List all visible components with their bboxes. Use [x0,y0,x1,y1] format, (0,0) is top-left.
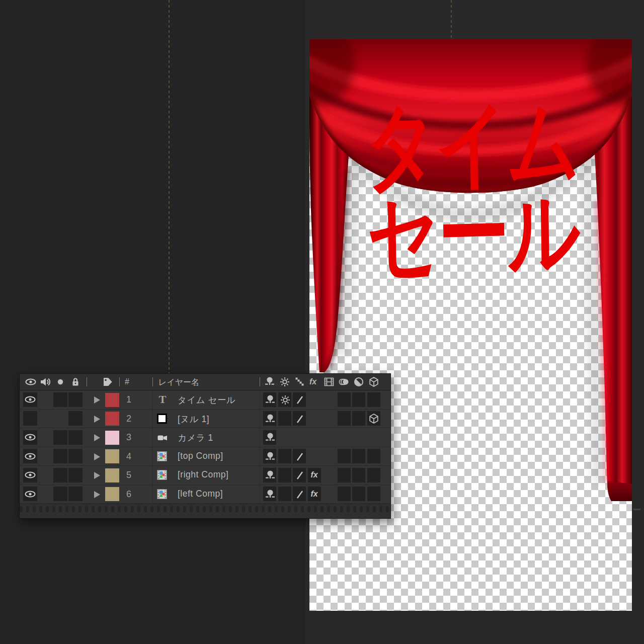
solo-toggle[interactable] [53,392,67,407]
audio-speaker-icon [39,376,51,388]
shy-toggle[interactable] [263,392,276,407]
expand-arrow[interactable] [94,434,100,441]
quality-toggle[interactable] [293,392,306,407]
expand-arrow[interactable] [94,396,100,404]
empty-area-texture [20,506,390,512]
video-eye-icon [25,376,37,388]
empty-layer-area [20,504,390,518]
motion-blur-toggle[interactable] [338,449,351,463]
viewer-edge-tick [633,509,640,510]
lock-toggle[interactable] [68,468,83,482]
frame-blend-icon [323,376,335,388]
adjustment-toggle[interactable] [352,468,365,482]
adjustment-toggle[interactable] [352,449,365,463]
column-separator [152,390,153,504]
adjustment-toggle[interactable] [352,392,365,407]
3d-toggle[interactable] [367,392,380,407]
motion-blur-toggle[interactable] [338,468,351,482]
video-toggle[interactable] [23,392,37,407]
effects-toggle[interactable]: fx [308,468,321,482]
layer-name[interactable]: カメラ 1 [178,432,213,444]
adjustment-toggle[interactable] [352,411,365,426]
timeline-layer-panel: # レイヤー名 fx 1 T タイム セール [19,373,391,519]
shy-toggle[interactable] [263,487,276,501]
layer-row-4[interactable]: 4 [top Comp] [20,447,390,466]
label-tag-icon [102,376,114,388]
header-divider [119,377,120,386]
layer-name[interactable]: [left Comp] [178,489,223,499]
quality-toggle[interactable] [293,487,306,501]
label-color-chip[interactable] [105,449,119,463]
camera-icon [154,430,171,446]
composition-icon [154,449,171,465]
layer-number: 3 [126,432,131,443]
label-color-chip[interactable] [105,393,119,407]
header-divider [87,377,87,386]
number-column-header: # [125,377,129,386]
quality-toggle[interactable] [293,449,306,463]
collapse-transformations-icon [279,376,291,388]
collapse-toggle[interactable] [278,392,291,407]
expand-arrow[interactable] [94,453,100,460]
3d-toggle[interactable] [367,449,380,463]
shy-toggle[interactable] [263,468,276,482]
composition-canvas[interactable]: タイム セール [309,39,632,611]
layer-row-2[interactable]: 2 [ヌル 1] [20,410,390,429]
label-color-chip[interactable] [105,487,119,501]
layer-name[interactable]: [right Comp] [178,469,228,480]
expand-arrow[interactable] [94,416,100,423]
lock-toggle[interactable] [68,411,83,426]
adjustment-toggle[interactable] [352,487,365,501]
banner-text-line1: タイム [309,94,633,193]
motion-blur-icon [338,376,350,388]
motion-blur-toggle[interactable] [338,392,351,407]
video-toggle[interactable] [23,468,37,482]
collapse-toggle[interactable] [278,468,291,482]
3d-toggle[interactable] [367,468,380,482]
label-color-chip[interactable] [105,431,119,445]
motion-blur-toggle[interactable] [338,411,351,426]
lock-toggle[interactable] [68,487,83,501]
layer-row-3[interactable]: 3 カメラ 1 [20,428,390,447]
collapse-toggle[interactable] [278,487,291,501]
layer-name[interactable]: タイム セール [178,394,235,406]
collapse-toggle[interactable] [278,449,291,463]
null-layer-icon [154,411,171,427]
quality-icon [293,376,305,388]
layer-row-5[interactable]: 5 [right Comp] fx [20,466,390,485]
solo-toggle[interactable] [53,430,67,445]
layer-panel-header: # レイヤー名 fx [20,374,390,390]
video-toggle[interactable] [23,411,37,426]
3d-toggle[interactable] [367,487,380,501]
label-color-chip[interactable] [105,412,119,426]
video-toggle[interactable] [23,430,37,445]
layer-row-1[interactable]: 1 T タイム セール [20,390,390,410]
quality-toggle[interactable] [293,468,306,482]
shy-toggle[interactable] [263,411,276,426]
expand-arrow[interactable] [94,472,100,479]
header-divider [260,377,260,386]
lock-toggle[interactable] [68,392,83,407]
banner-text-line2: セール [311,184,635,282]
layer-name[interactable]: [top Comp] [178,451,223,461]
lock-toggle[interactable] [68,449,83,463]
quality-toggle[interactable] [293,411,306,426]
effects-toggle[interactable]: fx [308,487,321,501]
motion-blur-toggle[interactable] [338,487,351,501]
solo-toggle[interactable] [53,468,67,482]
video-toggle[interactable] [23,487,37,501]
3d-toggle[interactable] [367,411,380,426]
expand-arrow[interactable] [94,491,100,498]
shy-toggle[interactable] [263,430,276,445]
lock-toggle[interactable] [68,430,83,445]
collapse-toggle[interactable] [278,411,291,426]
adjustment-layer-icon [353,376,365,388]
layer-number: 2 [126,414,131,424]
solo-toggle[interactable] [53,487,67,501]
video-toggle[interactable] [23,449,37,463]
solo-toggle[interactable] [53,449,67,463]
layer-row-6[interactable]: 6 [left Comp] fx [20,485,390,504]
label-color-chip[interactable] [105,468,119,482]
layer-name[interactable]: [ヌル 1] [178,413,209,425]
shy-toggle[interactable] [263,449,276,463]
